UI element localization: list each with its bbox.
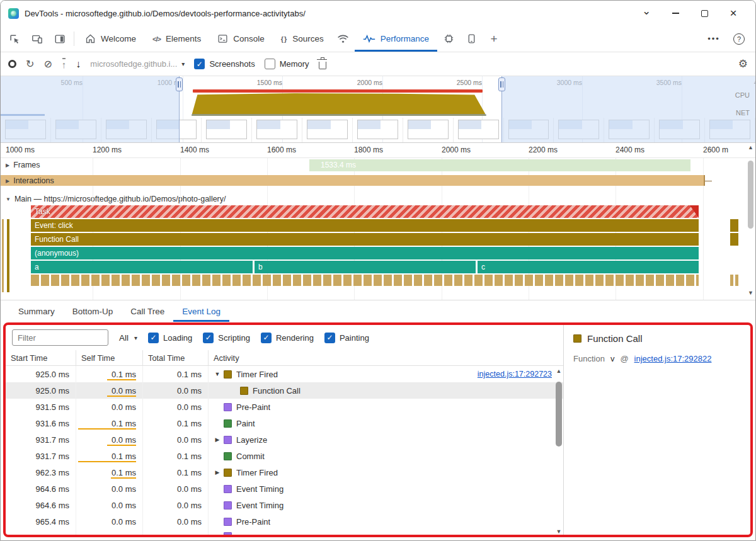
- source-location-link[interactable]: injected.js:17:292822: [634, 354, 712, 363]
- selection-handle-left[interactable]: [179, 76, 180, 142]
- interaction-bar[interactable]: [1, 175, 705, 186]
- timeline-tracks[interactable]: 1000 ms 1200 ms 1400 ms 1600 ms 1800 ms …: [1, 143, 755, 300]
- table-row[interactable]: 931.7 ms 0.1 ms 0.1 ms Commit: [6, 448, 563, 464]
- micro-task-bars[interactable]: [31, 275, 699, 286]
- flame-chart[interactable]: Task Event: click Function Call (anonymo…: [1, 205, 755, 300]
- painting-filter[interactable]: ✓ Painting: [324, 333, 369, 343]
- table-row[interactable]: 925.0 ms 0.0 ms 0.0 ms Function Call: [6, 382, 563, 399]
- loading-filter[interactable]: ✓ Loading: [148, 333, 192, 343]
- tab-call-tree[interactable]: Call Tree: [122, 300, 173, 322]
- scrollbar-thumb[interactable]: [748, 161, 753, 229]
- table-row[interactable]: 962.3 ms 0.1 ms 0.1 ms ▶ Timer Fired: [6, 464, 563, 481]
- flame-bar-a[interactable]: a: [31, 261, 253, 273]
- trash-icon[interactable]: [319, 62, 326, 69]
- flame-bar-task[interactable]: Task: [31, 205, 699, 218]
- record-button[interactable]: [8, 60, 16, 68]
- flame-bar-event-click[interactable]: Event: click: [31, 219, 699, 232]
- capture-settings-button[interactable]: ⚙: [738, 57, 748, 71]
- minimize-button[interactable]: [661, 2, 690, 25]
- tab-event-log[interactable]: Event Log: [173, 300, 229, 322]
- screenshot-thumbnail[interactable]: [202, 118, 252, 142]
- memory-toggle[interactable]: Memory: [265, 59, 309, 69]
- row-expander-icon[interactable]: ▶: [212, 469, 222, 476]
- table-row[interactable]: 925.0 ms 0.1 ms 0.1 ms ▼ Timer Fired inj…: [6, 366, 563, 382]
- screenshot-thumbnail[interactable]: [302, 118, 353, 142]
- maximize-button[interactable]: [690, 2, 719, 25]
- main-track-header[interactable]: ▼ Main — https://microsoftedge.github.io…: [1, 189, 755, 205]
- help-button[interactable]: ?: [728, 33, 750, 45]
- event-log-scrollbar[interactable]: ▲ ▼: [554, 366, 563, 535]
- memory-checkbox[interactable]: [265, 59, 275, 69]
- table-row[interactable]: 965.4 ms 0.0 ms 0.0 ms Pre-Paint: [6, 513, 563, 530]
- duration-filter-dropdown[interactable]: All ▾: [119, 333, 137, 343]
- column-start-time[interactable]: Start Time: [6, 350, 76, 365]
- save-profile-button[interactable]: ↓: [76, 59, 81, 70]
- source-location-link[interactable]: injected.js:17:292723: [478, 370, 552, 379]
- tab-console[interactable]: Console: [209, 26, 273, 52]
- screenshots-toggle[interactable]: ✓ Screenshots: [194, 59, 255, 69]
- device-emulation-button[interactable]: [26, 26, 49, 52]
- scroll-up-icon[interactable]: ▲: [556, 366, 562, 374]
- flame-bar-function-call[interactable]: Function Call: [31, 233, 699, 246]
- frames-track[interactable]: ▶ Frames 1533.4 ms: [1, 158, 755, 173]
- performance-icon: [363, 35, 375, 43]
- painting-checkbox[interactable]: ✓: [324, 333, 335, 343]
- scrollbar-thumb[interactable]: [556, 382, 562, 447]
- frames-track-header[interactable]: ▶ Frames: [6, 161, 40, 169]
- flame-bar-anonymous[interactable]: (anonymous): [31, 247, 699, 259]
- row-expander-icon[interactable]: ▶: [212, 436, 222, 443]
- column-activity[interactable]: Activity: [209, 350, 563, 365]
- tab-welcome[interactable]: Welcome: [77, 26, 144, 52]
- frame-bar[interactable]: 1533.4 ms: [309, 159, 690, 171]
- network-conditions-button[interactable]: [332, 26, 355, 52]
- close-button[interactable]: ×: [719, 2, 748, 25]
- screenshot-thumbnail[interactable]: [353, 118, 403, 142]
- row-expander-icon[interactable]: ▼: [212, 371, 222, 377]
- scroll-down-icon[interactable]: ▼: [748, 290, 753, 297]
- tab-bottom-up[interactable]: Bottom-Up: [64, 300, 122, 322]
- rendering-filter[interactable]: ✓ Rendering: [261, 333, 314, 343]
- flame-bar-c[interactable]: c: [478, 261, 699, 273]
- tab-performance[interactable]: Performance: [355, 26, 437, 52]
- reload-and-record-button[interactable]: ↻: [26, 58, 34, 70]
- memory-tool-button[interactable]: [437, 26, 460, 52]
- table-row[interactable]: 931.5 ms 0.0 ms 0.0 ms Pre-Paint: [6, 399, 563, 415]
- dock-side-button[interactable]: [49, 26, 71, 52]
- timeline-overview[interactable]: 500 ms 1000 ms 1500 ms 2000 ms 2500 ms 3…: [1, 76, 755, 143]
- flame-bar-b[interactable]: b: [255, 261, 476, 273]
- table-row[interactable]: 931.7 ms 0.0 ms 0.0 ms ▶ Layerize: [6, 431, 563, 448]
- more-tabs-button[interactable]: +: [483, 26, 505, 52]
- tab-sources[interactable]: {} Sources: [273, 26, 332, 52]
- maximize-icon: [701, 10, 708, 17]
- scroll-down-icon[interactable]: ▼: [556, 527, 562, 535]
- screenshot-thumbnail[interactable]: [454, 118, 504, 142]
- interactions-track[interactable]: ▶ Interactions: [1, 173, 755, 189]
- column-total-time[interactable]: Total Time: [143, 350, 209, 365]
- table-row[interactable]: 964.6 ms 0.0 ms 0.0 ms Event Timing: [6, 497, 563, 513]
- loading-checkbox[interactable]: ✓: [148, 333, 159, 343]
- table-row[interactable]: 964.6 ms 0.0 ms 0.0 ms Event Timing: [6, 481, 563, 497]
- scripting-checkbox[interactable]: ✓: [203, 333, 214, 343]
- load-profile-button[interactable]: ↑: [62, 58, 67, 70]
- profile-selector[interactable]: microsoftedge.github.i... ▾: [90, 59, 185, 69]
- screenshot-thumbnail[interactable]: [252, 118, 302, 142]
- interactions-track-header[interactable]: ▶ Interactions: [6, 176, 54, 185]
- tracks-scrollbar[interactable]: ▲ ▼: [747, 144, 755, 297]
- tab-summary[interactable]: Summary: [9, 300, 64, 322]
- application-tool-button[interactable]: [460, 26, 483, 52]
- scroll-up-icon[interactable]: ▲: [748, 144, 753, 152]
- selection-handle-right[interactable]: [501, 76, 502, 142]
- performance-toolbar: ↻ ⊘ ↑ ↓ microsoftedge.github.i... ▾ ✓ Sc…: [1, 52, 755, 76]
- clear-button[interactable]: ⊘: [43, 58, 52, 70]
- table-row[interactable]: 931.6 ms 0.1 ms 0.1 ms Paint: [6, 415, 563, 431]
- window-chevron-button[interactable]: ⌄: [632, 0, 661, 23]
- filter-input[interactable]: [12, 329, 108, 346]
- column-self-time[interactable]: Self Time: [76, 350, 143, 365]
- screenshot-thumbnail[interactable]: [403, 118, 454, 142]
- tab-elements[interactable]: </> Elements: [144, 26, 209, 52]
- screenshots-checkbox[interactable]: ✓: [194, 59, 205, 69]
- inspect-element-button[interactable]: [3, 26, 26, 52]
- rendering-checkbox[interactable]: ✓: [261, 333, 272, 343]
- scripting-filter[interactable]: ✓ Scripting: [203, 333, 250, 343]
- more-options-button[interactable]: •••: [702, 34, 725, 43]
